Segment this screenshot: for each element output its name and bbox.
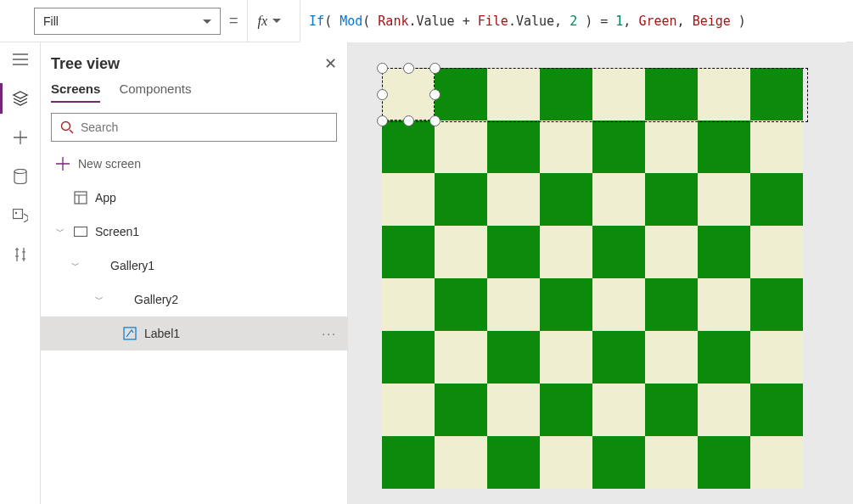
tab-screens[interactable]: Screens [51, 81, 100, 103]
board-square[interactable] [698, 173, 750, 226]
board-square[interactable] [487, 173, 540, 226]
board-square[interactable] [540, 278, 592, 331]
board-square[interactable] [750, 384, 803, 436]
tree-view-rail-button[interactable] [0, 90, 41, 107]
board-square[interactable] [698, 226, 750, 278]
board-square[interactable] [592, 68, 645, 120]
board-square[interactable] [382, 436, 435, 489]
board-square[interactable] [698, 436, 750, 489]
chessboard-gallery[interactable] [382, 68, 803, 489]
board-square[interactable] [435, 120, 487, 173]
board-square[interactable] [540, 384, 592, 436]
board-square[interactable] [750, 173, 803, 226]
board-square[interactable] [382, 226, 435, 278]
board-square[interactable] [592, 436, 645, 489]
board-square[interactable] [645, 173, 698, 226]
board-square[interactable] [540, 120, 592, 173]
board-square[interactable] [698, 384, 750, 436]
board-square[interactable] [487, 120, 540, 173]
formula-input[interactable]: If( Mod( Rank.Value + File.Value, 2 ) = … [300, 0, 846, 42]
chevron-down-icon[interactable]: ﹀ [95, 294, 105, 305]
board-square[interactable] [382, 120, 435, 173]
fx-button[interactable]: fx [247, 0, 292, 42]
board-square[interactable] [435, 278, 487, 331]
tools-icon[interactable] [12, 246, 29, 263]
plus-icon[interactable] [12, 129, 29, 146]
new-screen-button[interactable]: New screen [51, 150, 337, 177]
board-square[interactable] [750, 278, 803, 331]
board-square[interactable] [487, 278, 540, 331]
board-square[interactable] [645, 436, 698, 489]
search-input[interactable] [81, 120, 328, 134]
board-square[interactable] [592, 173, 645, 226]
board-square[interactable] [540, 226, 592, 278]
board-square[interactable] [645, 331, 698, 384]
tree-item-label: Gallery1 [110, 259, 154, 272]
property-dropdown[interactable]: Fill [34, 8, 221, 35]
new-screen-label: New screen [78, 157, 141, 171]
plus-icon [56, 157, 70, 171]
search-box[interactable] [51, 113, 337, 142]
board-square[interactable] [540, 173, 592, 226]
tree-item-label: Label1 [144, 327, 180, 340]
board-square[interactable] [698, 120, 750, 173]
board-square[interactable] [698, 68, 750, 120]
board-square[interactable] [435, 68, 487, 120]
tree-item-label1[interactable]: Label1 ··· [41, 316, 347, 350]
tree-item-screen1[interactable]: ﹀ Screen1 [51, 215, 337, 249]
board-square[interactable] [750, 331, 803, 384]
svg-point-3 [62, 122, 70, 131]
board-square[interactable] [540, 331, 592, 384]
board-square[interactable] [487, 68, 540, 120]
board-square[interactable] [435, 173, 487, 226]
board-square[interactable] [435, 331, 487, 384]
board-square[interactable] [382, 173, 435, 226]
left-rail [0, 42, 41, 504]
board-square[interactable] [750, 120, 803, 173]
board-square[interactable] [487, 384, 540, 436]
chevron-down-icon[interactable]: ﹀ [71, 260, 81, 272]
board-square[interactable] [645, 278, 698, 331]
board-square[interactable] [487, 436, 540, 489]
board-square[interactable] [487, 331, 540, 384]
board-square[interactable] [382, 68, 435, 120]
tree-item-gallery2[interactable]: ﹀ Gallery2 [51, 283, 337, 316]
board-square[interactable] [382, 278, 435, 331]
board-square[interactable] [645, 120, 698, 173]
more-icon[interactable]: ··· [322, 327, 337, 340]
board-square[interactable] [592, 226, 645, 278]
board-square[interactable] [645, 226, 698, 278]
board-square[interactable] [592, 384, 645, 436]
label-icon [122, 326, 137, 341]
board-square[interactable] [592, 331, 645, 384]
board-square[interactable] [540, 436, 592, 489]
board-square[interactable] [645, 384, 698, 436]
board-square[interactable] [645, 68, 698, 120]
board-square[interactable] [750, 68, 803, 120]
tree-item-app[interactable]: App [51, 181, 337, 215]
database-icon[interactable] [12, 168, 29, 185]
board-square[interactable] [592, 278, 645, 331]
close-icon[interactable]: ✕ [324, 54, 337, 73]
board-square[interactable] [435, 384, 487, 436]
board-square[interactable] [750, 226, 803, 278]
tree-item-label: Gallery2 [134, 293, 178, 306]
board-square[interactable] [698, 331, 750, 384]
board-square[interactable] [382, 331, 435, 384]
tree-item-gallery1[interactable]: ﹀ Gallery1 [51, 249, 337, 283]
board-square[interactable] [698, 278, 750, 331]
board-square[interactable] [435, 436, 487, 489]
tab-components[interactable]: Components [119, 81, 191, 103]
hamburger-icon[interactable] [12, 51, 29, 68]
chevron-down-icon[interactable]: ﹀ [56, 226, 66, 238]
board-square[interactable] [540, 68, 592, 120]
board-square[interactable] [382, 384, 435, 436]
media-icon[interactable] [12, 207, 29, 224]
board-square[interactable] [487, 226, 540, 278]
board-square[interactable] [750, 436, 803, 489]
board-square[interactable] [435, 226, 487, 278]
svg-point-0 [14, 170, 26, 174]
formula-bar: Fill = fx If( Mod( Rank.Value + File.Val… [0, 0, 853, 42]
board-square[interactable] [592, 120, 645, 173]
canvas[interactable] [348, 42, 853, 504]
